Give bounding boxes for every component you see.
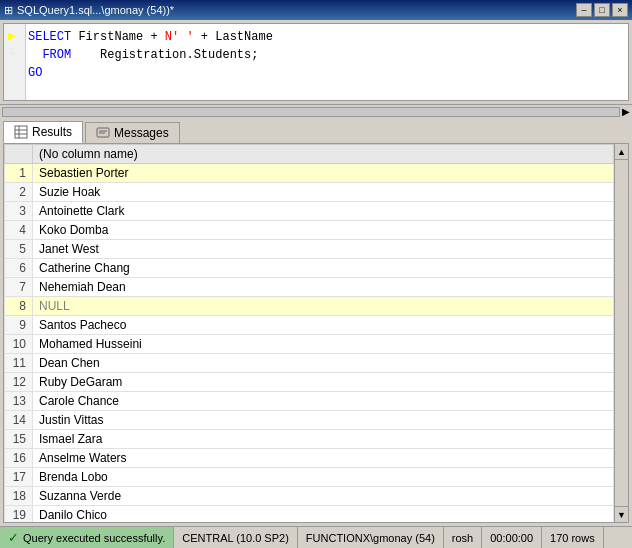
row-number-header: [5, 145, 33, 164]
status-user: rosh: [444, 527, 482, 548]
horizontal-scrollbar[interactable]: ▶: [0, 104, 632, 118]
results-table: (No column name) 1Sebastien Porter2Suzie…: [4, 144, 614, 522]
query-editor[interactable]: ▶ └ SELECT FirstName + N' ' + LastName F…: [3, 23, 629, 101]
table-row-num: 14: [5, 411, 33, 430]
main-container: ▶ └ SELECT FirstName + N' ' + LastName F…: [0, 20, 632, 526]
scroll-right-arrow[interactable]: ▶: [622, 106, 630, 117]
table-row[interactable]: Suzie Hoak: [33, 183, 614, 202]
table-row-num: 7: [5, 278, 33, 297]
title-bar: ⊞ SQLQuery1.sql...\gmonay (54))* – □ ×: [0, 0, 632, 20]
table-row[interactable]: Catherine Chang: [33, 259, 614, 278]
title-bar-text: ⊞ SQLQuery1.sql...\gmonay (54))*: [4, 4, 174, 17]
status-time: 00:00:00: [482, 527, 542, 548]
line-arrow-2: └: [8, 48, 15, 59]
table-row-num: 11: [5, 354, 33, 373]
scroll-down-arrow[interactable]: ▼: [615, 506, 628, 522]
scrollbar-thumb[interactable]: [615, 160, 628, 506]
table-row-num: 8: [5, 297, 33, 316]
title-bar-controls: – □ ×: [576, 3, 628, 17]
scrollbar-track[interactable]: [2, 107, 620, 117]
table-row-num: 10: [5, 335, 33, 354]
tab-messages[interactable]: Messages: [85, 122, 180, 143]
table-row[interactable]: Carole Chance: [33, 392, 614, 411]
table-row[interactable]: NULL: [33, 297, 614, 316]
table-row-num: 13: [5, 392, 33, 411]
table-row-num: 16: [5, 449, 33, 468]
messages-icon: [96, 126, 110, 140]
table-row-num: 18: [5, 487, 33, 506]
table-row[interactable]: Justin Vittas: [33, 411, 614, 430]
table-row-num: 12: [5, 373, 33, 392]
results-area: (No column name) 1Sebastien Porter2Suzie…: [3, 143, 629, 523]
table-row-num: 6: [5, 259, 33, 278]
editor-line-1: SELECT FirstName + N' ' + LastName: [28, 28, 626, 46]
window-icon: ⊞: [4, 4, 13, 17]
table-row[interactable]: Koko Domba: [33, 221, 614, 240]
results-icon: [14, 125, 28, 139]
table-row[interactable]: Sebastien Porter: [33, 164, 614, 183]
table-row-num: 4: [5, 221, 33, 240]
table-row-num: 19: [5, 506, 33, 523]
table-row-num: 17: [5, 468, 33, 487]
table-row-num: 5: [5, 240, 33, 259]
close-button[interactable]: ×: [612, 3, 628, 17]
status-bar: ✓ Query executed successfully. CENTRAL (…: [0, 526, 632, 548]
table-row[interactable]: Janet West: [33, 240, 614, 259]
status-server: CENTRAL (10.0 SP2): [174, 527, 298, 548]
table-row-num: 9: [5, 316, 33, 335]
editor-line-3: GO: [28, 64, 626, 82]
table-row[interactable]: Mohamed Husseini: [33, 335, 614, 354]
status-connection: FUNCTIONX\gmonay (54): [298, 527, 444, 548]
status-success: ✓ Query executed successfully.: [0, 527, 174, 548]
results-table-container[interactable]: (No column name) 1Sebastien Porter2Suzie…: [4, 144, 614, 522]
svg-rect-0: [15, 126, 27, 138]
editor-content: SELECT FirstName + N' ' + LastName FROM …: [4, 24, 628, 86]
vertical-scrollbar[interactable]: ▲ ▼: [614, 144, 628, 522]
status-success-text: Query executed successfully.: [23, 532, 165, 544]
table-row[interactable]: Dean Chen: [33, 354, 614, 373]
line-arrow-1: ▶: [8, 30, 16, 41]
check-icon: ✓: [8, 530, 19, 545]
window-title: SQLQuery1.sql...\gmonay (54))*: [17, 4, 174, 16]
table-row[interactable]: Santos Pacheco: [33, 316, 614, 335]
tab-results-label: Results: [32, 125, 72, 139]
table-row[interactable]: Antoinette Clark: [33, 202, 614, 221]
table-row[interactable]: Nehemiah Dean: [33, 278, 614, 297]
table-row[interactable]: Brenda Lobo: [33, 468, 614, 487]
tab-results[interactable]: Results: [3, 121, 83, 143]
status-rows: 170 rows: [542, 527, 604, 548]
table-row-num: 2: [5, 183, 33, 202]
scroll-up-arrow[interactable]: ▲: [615, 144, 628, 160]
table-row[interactable]: Ruby DeGaram: [33, 373, 614, 392]
table-row[interactable]: Ismael Zara: [33, 430, 614, 449]
table-row-num: 15: [5, 430, 33, 449]
table-row-num: 1: [5, 164, 33, 183]
tab-messages-label: Messages: [114, 126, 169, 140]
column-header: (No column name): [33, 145, 614, 164]
table-row[interactable]: Anselme Waters: [33, 449, 614, 468]
maximize-button[interactable]: □: [594, 3, 610, 17]
table-row-num: 3: [5, 202, 33, 221]
editor-line-2: FROM Registration.Students;: [28, 46, 626, 64]
line-indicator: ▶ └: [4, 24, 26, 100]
table-row[interactable]: Danilo Chico: [33, 506, 614, 523]
table-row[interactable]: Suzanna Verde: [33, 487, 614, 506]
tabs-bar: Results Messages: [0, 118, 632, 143]
minimize-button[interactable]: –: [576, 3, 592, 17]
